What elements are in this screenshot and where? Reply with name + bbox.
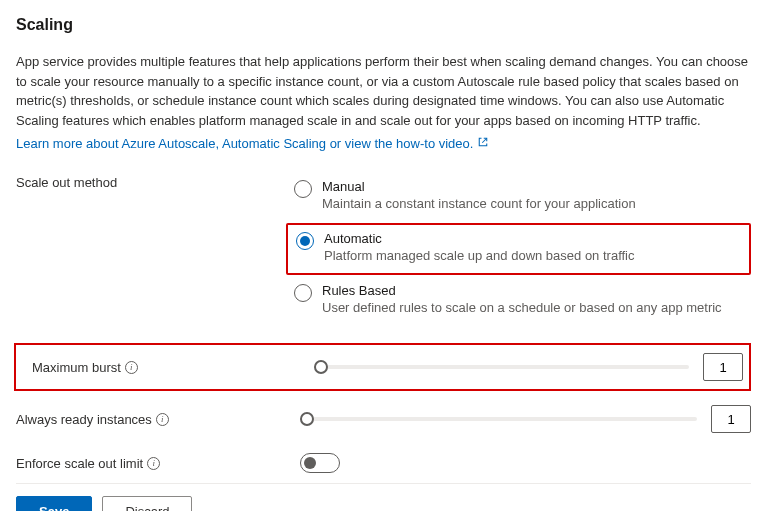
scale-out-method-label: Scale out method [16,173,286,190]
radio-automatic-title: Automatic [324,231,635,246]
toggle-knob [304,457,316,469]
radio-manual-desc: Maintain a constant instance count for y… [322,196,636,211]
always-ready-label: Always ready instances [16,412,152,427]
enforce-limit-label: Enforce scale out limit [16,456,143,471]
enforce-limit-row: Enforce scale out limit i [16,453,751,473]
radio-manual-input[interactable] [294,180,312,198]
learn-more-link[interactable]: Learn more about Azure Autoscale, Automa… [16,136,489,151]
maximum-burst-slider[interactable] [314,358,689,376]
page-title: Scaling [16,16,751,34]
save-button[interactable]: Save [16,496,92,511]
radio-manual-title: Manual [322,179,636,194]
info-icon[interactable]: i [156,413,169,426]
footer-actions: Save Discard [16,483,751,511]
maximum-burst-input[interactable] [703,353,743,381]
enforce-limit-toggle[interactable] [300,453,340,473]
info-icon[interactable]: i [125,361,138,374]
radio-automatic-input[interactable] [296,232,314,250]
maximum-burst-label: Maximum burst [32,360,121,375]
info-icon[interactable]: i [147,457,160,470]
radio-rules-title: Rules Based [322,283,722,298]
discard-button[interactable]: Discard [102,496,192,511]
radio-rules[interactable]: Rules Based User defined rules to scale … [286,277,751,325]
radio-rules-input[interactable] [294,284,312,302]
radio-automatic-desc: Platform managed scale up and down based… [324,248,635,263]
always-ready-row: Always ready instances i [16,405,751,433]
slider-thumb[interactable] [314,360,328,374]
slider-thumb[interactable] [300,412,314,426]
always-ready-input[interactable] [711,405,751,433]
external-link-icon [477,136,489,151]
radio-rules-desc: User defined rules to scale on a schedul… [322,300,722,315]
learn-more-text: Learn more about Azure Autoscale, Automa… [16,136,473,151]
scale-out-method-options: Manual Maintain a constant instance coun… [286,173,751,325]
always-ready-slider[interactable] [300,410,697,428]
maximum-burst-row: Maximum burst i [14,343,751,391]
scale-out-method-row: Scale out method Manual Maintain a const… [16,173,751,325]
radio-manual[interactable]: Manual Maintain a constant instance coun… [286,173,751,221]
intro-text: App service provides multiple features t… [16,52,751,130]
radio-automatic[interactable]: Automatic Platform managed scale up and … [286,223,751,275]
